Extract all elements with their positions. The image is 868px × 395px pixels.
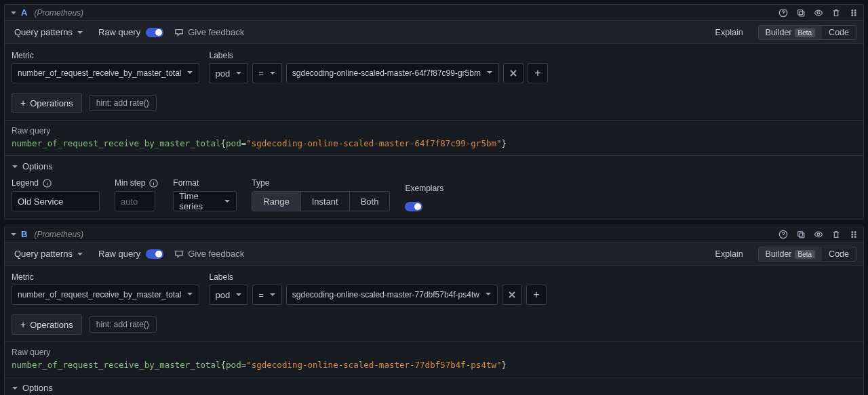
raw-query-toggle[interactable]	[146, 249, 163, 259]
chevron-down-icon	[269, 68, 276, 79]
metric-select[interactable]: number_of_request_receive_by_master_tota…	[12, 285, 199, 305]
options-heading: Options	[22, 383, 53, 393]
copy-icon[interactable]	[795, 229, 806, 240]
raw-query-section: Raw query number_of_request_receive_by_m…	[5, 120, 863, 155]
labels-heading: Labels	[209, 272, 546, 282]
label-operator-value: =	[258, 68, 264, 79]
plus-icon: +	[20, 98, 26, 108]
hint-add-rate-button[interactable]: hint: add rate()	[89, 316, 157, 333]
query-builder-body: Metric number_of_request_receive_by_mast…	[5, 266, 863, 341]
raw-query-code: number_of_request_receive_by_master_tota…	[12, 138, 856, 148]
query-patterns-label: Query patterns	[14, 27, 73, 37]
trash-icon[interactable]	[831, 229, 842, 240]
svg-rect-2	[800, 11, 804, 16]
options-toggle[interactable]: Options	[12, 161, 856, 171]
give-feedback-button[interactable]: Give feedback	[174, 27, 244, 37]
label-operator-select[interactable]: =	[252, 285, 282, 305]
query-block-b: B (Prometheus) Query patterns Raw query …	[4, 226, 864, 395]
raw-query-toggle[interactable]	[146, 28, 163, 37]
type-segmented: Range Instant Both	[252, 191, 390, 211]
svg-point-16	[852, 231, 853, 232]
type-both-button[interactable]: Both	[350, 192, 390, 211]
chevron-down-icon	[186, 290, 193, 299]
help-icon[interactable]	[778, 7, 789, 18]
feedback-label: Give feedback	[188, 249, 244, 259]
builder-mode-button[interactable]: BuilderBeta	[759, 26, 823, 39]
label-value-select[interactable]: sgdecoding-online-scaled-master-77dbf57b…	[286, 285, 498, 305]
raw-query-label: Raw query	[98, 27, 140, 37]
datasource-label: (Prometheus)	[34, 8, 83, 18]
editor-mode-switch: BuilderBeta Code	[758, 247, 856, 262]
explain-button[interactable]: Explain	[710, 247, 749, 261]
query-patterns-dropdown[interactable]: Query patterns	[12, 247, 86, 260]
raw-query-title: Raw query	[12, 126, 856, 136]
options-heading: Options	[22, 161, 53, 171]
query-ref-letter[interactable]: B	[21, 229, 27, 239]
eye-icon[interactable]	[813, 7, 824, 18]
operations-button[interactable]: + Operations	[12, 314, 82, 335]
svg-point-4	[852, 9, 853, 11]
label-operator-select[interactable]: =	[252, 63, 282, 83]
legend-input[interactable]	[12, 191, 100, 211]
collapse-icon[interactable]	[9, 9, 18, 16]
metric-value: number_of_request_receive_by_master_tota…	[18, 68, 181, 78]
format-value: Time series	[179, 191, 218, 211]
type-range-button[interactable]: Range	[252, 192, 300, 211]
exemplars-label: Exemplars	[405, 184, 443, 193]
add-label-button[interactable]: +	[528, 63, 548, 83]
datasource-label: (Prometheus)	[34, 230, 83, 239]
code-mode-button[interactable]: Code	[822, 26, 856, 39]
hint-add-rate-button[interactable]: hint: add rate()	[89, 95, 157, 111]
trash-icon[interactable]	[831, 7, 842, 18]
builder-mode-button[interactable]: BuilderBeta	[759, 247, 823, 261]
chevron-down-icon	[186, 68, 193, 78]
svg-point-5	[854, 9, 856, 11]
collapse-icon[interactable]	[9, 231, 18, 238]
code-mode-button[interactable]: Code	[822, 247, 856, 261]
query-patterns-label: Query patterns	[14, 249, 73, 259]
svg-point-6	[852, 12, 853, 14]
remove-label-button[interactable]	[503, 63, 524, 83]
query-toolbar: Query patterns Raw query Give feedback E…	[5, 243, 863, 266]
type-instant-button[interactable]: Instant	[301, 192, 350, 211]
type-label: Type	[252, 178, 269, 188]
add-label-button[interactable]: +	[526, 285, 547, 305]
svg-point-19	[854, 234, 856, 235]
copy-icon[interactable]	[795, 7, 806, 18]
svg-point-21	[854, 236, 856, 237]
label-value-select[interactable]: sgdecoding-online-scaled-master-64f7f87c…	[286, 63, 499, 83]
chevron-down-icon	[235, 68, 242, 79]
metric-select[interactable]: number_of_request_receive_by_master_tota…	[12, 63, 199, 83]
svg-rect-1	[798, 9, 803, 14]
format-select[interactable]: Time series	[173, 191, 237, 211]
help-icon[interactable]	[778, 229, 789, 240]
drag-handle-icon[interactable]	[848, 229, 859, 240]
label-key-select[interactable]: pod	[209, 285, 248, 305]
operations-button[interactable]: + Operations	[12, 93, 82, 113]
info-icon[interactable]	[149, 179, 158, 188]
format-label: Format	[173, 178, 199, 188]
explain-button[interactable]: Explain	[710, 26, 749, 39]
options-toggle[interactable]: Options	[12, 383, 856, 393]
query-block-a: A (Prometheus) Query patterns Raw query …	[4, 4, 864, 220]
label-key-select[interactable]: pod	[209, 63, 248, 83]
eye-icon[interactable]	[813, 229, 824, 240]
operations-label: Operations	[30, 98, 73, 108]
info-icon[interactable]	[43, 179, 52, 188]
beta-badge: Beta	[795, 28, 816, 37]
label-value-text: sgdecoding-online-scaled-master-77dbf57b…	[292, 290, 479, 299]
remove-label-button[interactable]	[502, 285, 522, 305]
minstep-label: Min step	[115, 178, 145, 188]
operations-label: Operations	[30, 320, 73, 330]
raw-query-code: number_of_request_receive_by_master_tota…	[12, 360, 856, 370]
drag-handle-icon[interactable]	[848, 7, 859, 18]
query-ref-letter[interactable]: A	[21, 7, 27, 18]
svg-point-15	[817, 233, 820, 236]
raw-query-title: Raw query	[12, 348, 856, 357]
raw-query-label: Raw query	[98, 249, 140, 259]
exemplars-toggle[interactable]	[405, 202, 422, 211]
give-feedback-button[interactable]: Give feedback	[174, 249, 244, 259]
query-patterns-dropdown[interactable]: Query patterns	[12, 26, 86, 39]
minstep-input[interactable]	[115, 191, 155, 211]
svg-point-18	[852, 234, 853, 235]
